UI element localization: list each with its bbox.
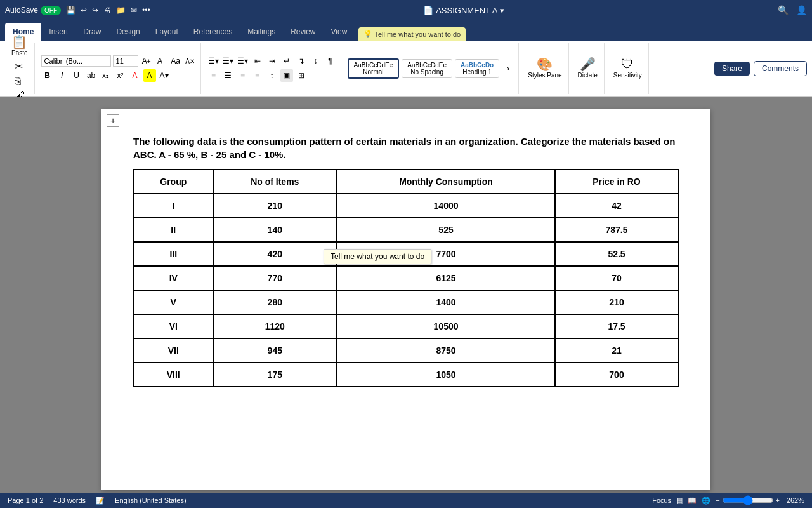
language[interactable]: English (United States) bbox=[115, 497, 187, 504]
increase-indent-button[interactable]: ⇥ bbox=[266, 55, 278, 67]
sensitivity-button[interactable]: 🛡 Sensitivity bbox=[611, 57, 645, 80]
font-size-input[interactable] bbox=[113, 55, 138, 67]
paste-button[interactable]: 📋 Paste bbox=[9, 34, 30, 58]
cut-icon[interactable]: ✂ bbox=[13, 59, 26, 74]
table-row: VII945875021 bbox=[134, 338, 678, 363]
email-icon[interactable]: ✉ bbox=[131, 6, 137, 15]
focus-button[interactable]: Focus bbox=[652, 497, 671, 504]
doc-icon: 📄 bbox=[423, 6, 433, 15]
change-case-button[interactable]: Aa bbox=[169, 55, 182, 67]
table-row: II140525787.5 bbox=[134, 218, 678, 242]
table-row: III420770052.5 bbox=[134, 242, 678, 266]
table-cell: 700 bbox=[555, 363, 678, 387]
text-color-button[interactable]: A▾ bbox=[158, 69, 171, 82]
sort-button[interactable]: ↕ bbox=[310, 55, 322, 67]
font-name-input[interactable] bbox=[41, 55, 111, 67]
ltr-button[interactable]: ↵ bbox=[280, 55, 293, 67]
table-row: IV770612570 bbox=[134, 266, 678, 290]
view-web-icon[interactable]: 🌐 bbox=[702, 497, 710, 505]
clear-formatting-button[interactable]: A✕ bbox=[184, 55, 197, 67]
superscript-button[interactable]: x² bbox=[114, 69, 127, 82]
tell-me-button[interactable]: 💡 Tell me what you want to do bbox=[358, 27, 466, 41]
copy-icon[interactable]: ⎘ bbox=[13, 74, 26, 88]
borders-button[interactable]: ⊞ bbox=[295, 69, 308, 82]
strikethrough-button[interactable]: ab bbox=[85, 69, 98, 82]
view-layout-icon[interactable]: ▤ bbox=[676, 497, 683, 505]
shading-button[interactable]: ▣ bbox=[280, 69, 293, 82]
table-cell: 8750 bbox=[337, 338, 555, 363]
styles-pane-button[interactable]: 🎨 Styles Pane bbox=[525, 57, 564, 80]
show-formatting-button[interactable]: ¶ bbox=[324, 55, 337, 67]
tab-draw[interactable]: Draw bbox=[75, 23, 108, 41]
style-normal[interactable]: AaBbCcDdEe Normal bbox=[348, 58, 400, 79]
sensitivity-label: Sensitivity bbox=[613, 72, 642, 79]
table-cell: 140 bbox=[213, 218, 337, 242]
subscript-button[interactable]: x₂ bbox=[100, 69, 112, 82]
redo-icon[interactable]: ↪ bbox=[92, 6, 98, 15]
tab-review[interactable]: Review bbox=[283, 23, 323, 41]
dictate-button[interactable]: 🎤 Dictate bbox=[575, 57, 600, 80]
zoom-level[interactable]: 262% bbox=[782, 497, 804, 504]
share-button[interactable]: Share bbox=[714, 62, 750, 76]
bold-button[interactable]: B bbox=[41, 69, 54, 82]
autosave-toggle[interactable]: OFF bbox=[41, 6, 61, 15]
style-no-spacing[interactable]: AaBbCcDdEe No Spacing bbox=[402, 59, 452, 78]
table-row: VIII1751050700 bbox=[134, 363, 678, 387]
rtl-button[interactable]: ↴ bbox=[295, 55, 308, 67]
style-heading-1[interactable]: AaBbCcDo Heading 1 bbox=[455, 59, 499, 78]
comments-button[interactable]: Comments bbox=[754, 61, 807, 76]
decrease-indent-button[interactable]: ⇤ bbox=[251, 55, 264, 67]
more-options-icon[interactable]: ••• bbox=[142, 6, 150, 15]
cloud-save-icon[interactable]: 📁 bbox=[116, 6, 126, 15]
table-cell: 420 bbox=[213, 242, 337, 266]
table-cell: 7700 bbox=[337, 242, 555, 266]
numbering-button[interactable]: ☰▾ bbox=[222, 55, 235, 67]
tab-layout[interactable]: Layout bbox=[148, 23, 186, 41]
undo-icon[interactable]: ↩ bbox=[81, 6, 87, 15]
title-bar: AutoSave OFF 💾 ↩ ↪ 🖨 📁 ✉ ••• 📄 ASSIGNMEN… bbox=[0, 0, 812, 20]
tab-view[interactable]: View bbox=[324, 23, 355, 41]
highlight-button[interactable]: A bbox=[143, 69, 156, 82]
table-cell: 787.5 bbox=[555, 218, 678, 242]
tab-insert[interactable]: Insert bbox=[41, 23, 75, 41]
bullets-button[interactable]: ☰▾ bbox=[207, 55, 220, 67]
print-icon[interactable]: 🖨 bbox=[103, 6, 111, 15]
zoom-out-button[interactable]: − bbox=[716, 497, 719, 504]
table-cell: I bbox=[134, 194, 213, 218]
italic-button[interactable]: I bbox=[56, 69, 69, 82]
tab-design[interactable]: Design bbox=[108, 23, 147, 41]
align-right-button[interactable]: ≡ bbox=[237, 69, 249, 82]
zoom-slider[interactable] bbox=[723, 495, 773, 505]
col-consumption: Monthly Consumption bbox=[337, 170, 555, 194]
save-icon[interactable]: 💾 bbox=[66, 6, 75, 15]
table-cell: 14000 bbox=[337, 194, 555, 218]
decrease-font-size-button[interactable]: A- bbox=[155, 55, 167, 67]
line-spacing-button[interactable]: ↕ bbox=[266, 69, 278, 82]
table-cell: 42 bbox=[555, 194, 678, 218]
more-styles-button[interactable]: › bbox=[502, 62, 514, 75]
ribbon-tabs: Home Insert Draw Design Layout Reference… bbox=[0, 20, 812, 41]
account-icon[interactable]: 👤 bbox=[796, 5, 807, 15]
status-bar: Page 1 of 2 433 words 📝 English (United … bbox=[0, 493, 812, 508]
increase-font-size-button[interactable]: A+ bbox=[140, 55, 153, 67]
view-read-icon[interactable]: 📖 bbox=[688, 497, 697, 505]
dictate-label: Dictate bbox=[578, 72, 598, 79]
align-center-button[interactable]: ☰ bbox=[222, 69, 235, 82]
zoom-in-button[interactable]: + bbox=[776, 497, 780, 504]
table-cell: 770 bbox=[213, 266, 337, 290]
multilevel-list-button[interactable]: ☰▾ bbox=[237, 55, 249, 67]
underline-button[interactable]: U bbox=[70, 69, 83, 82]
tab-mailings[interactable]: Mailings bbox=[240, 23, 283, 41]
proofing-icon[interactable]: 📝 bbox=[96, 497, 105, 505]
table-cell: VIII bbox=[134, 363, 213, 387]
add-content-button[interactable]: + bbox=[107, 114, 119, 127]
align-left-button[interactable]: ≡ bbox=[207, 69, 220, 82]
table-cell: 17.5 bbox=[555, 314, 678, 338]
paragraph-group: ☰▾ ☰▾ ☰▾ ⇤ ⇥ ↵ ↴ ↕ ¶ ≡ ☰ ≡ ≡ ↕ ▣ ⊞ bbox=[204, 43, 341, 94]
title-dropdown-icon[interactable]: ▾ bbox=[500, 6, 504, 15]
search-icon[interactable]: 🔍 bbox=[778, 5, 789, 15]
justify-button[interactable]: ≡ bbox=[251, 69, 264, 82]
tab-references[interactable]: References bbox=[186, 23, 240, 41]
clipboard-group: 📋 Paste ✂ ⎘ 🖌 bbox=[5, 43, 35, 94]
font-color-button[interactable]: A bbox=[129, 69, 141, 82]
